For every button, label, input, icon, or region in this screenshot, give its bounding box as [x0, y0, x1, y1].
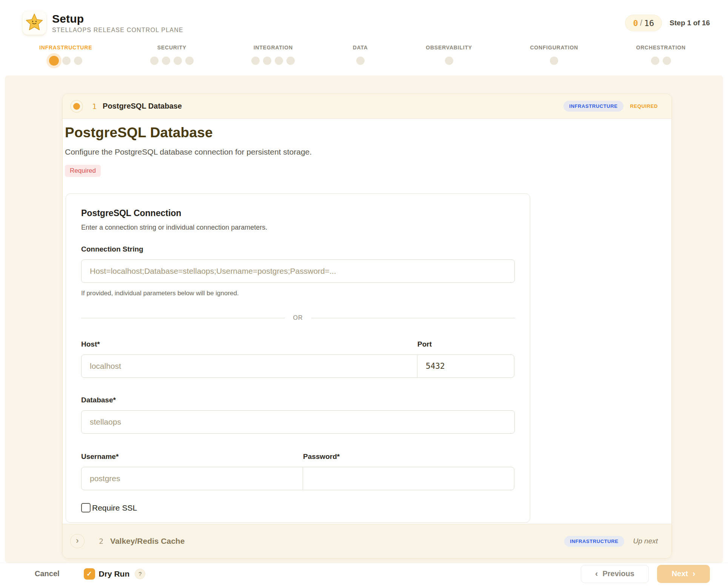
step-dot[interactable] [174, 57, 182, 65]
category-label: INFRASTRUCTURE [39, 44, 92, 51]
chevron-right-icon: › [76, 536, 78, 546]
category-label: SECURITY [157, 44, 186, 51]
password-input[interactable] [303, 467, 514, 490]
step-dot[interactable] [286, 57, 295, 65]
port-input[interactable] [417, 354, 514, 378]
step-dot[interactable] [651, 57, 659, 65]
category-row: INFRASTRUCTURESECURITYINTEGRATIONDATAOBS… [0, 35, 728, 66]
previous-button-label: Previous [602, 569, 634, 578]
page-title: Setup [52, 12, 183, 25]
connection-string-helper: If provided, individual parameters below… [81, 290, 515, 297]
host-label: Host* [81, 340, 417, 348]
step-dot[interactable] [162, 57, 170, 65]
next-button-label: Next [672, 569, 688, 578]
next-step-category-badge: INFRASTRUCTURE [564, 536, 624, 547]
postgres-connection-form: PostgreSQL Connection Enter a connection… [66, 193, 530, 523]
dry-run-label: Dry Run [99, 569, 130, 578]
category-configuration[interactable]: CONFIGURATION [530, 44, 578, 66]
dry-run-toggle-group: ✓ Dry Run ? [84, 568, 146, 580]
step-dot[interactable] [185, 57, 194, 65]
step-counter-label: Step 1 of 16 [670, 19, 710, 27]
required-pill: Required [65, 165, 101, 177]
category-label: INTEGRATION [254, 44, 293, 51]
host-input[interactable] [81, 354, 417, 378]
next-step-name: Valkey/Redis Cache [110, 537, 185, 546]
database-input[interactable] [81, 410, 515, 434]
dry-run-checkbox[interactable]: ✓ [84, 568, 95, 580]
progress-separator: / [640, 18, 642, 28]
previous-button[interactable]: ‹ Previous [581, 565, 649, 583]
category-label: DATA [353, 44, 368, 51]
category-label: CONFIGURATION [530, 44, 578, 51]
progress-badge: 0 / 16 [625, 15, 662, 31]
password-label: Password* [303, 453, 515, 461]
check-icon: ✓ [86, 570, 92, 578]
page-subtitle: STELLAOPS RELEASE CONTROL PLANE [52, 27, 183, 34]
connection-string-input[interactable] [81, 259, 515, 283]
form-title: PostgreSQL Connection [81, 208, 515, 218]
category-security[interactable]: SECURITY [150, 44, 194, 66]
progress-completed: 0 [633, 18, 638, 28]
next-step-row[interactable]: › 2 Valkey/Redis Cache INFRASTRUCTURE Up… [63, 524, 671, 558]
app-logo [23, 11, 46, 35]
step-dot[interactable] [445, 57, 453, 65]
username-label: Username* [81, 453, 303, 461]
required-badge: REQUIRED [630, 103, 658, 109]
step-dot[interactable] [74, 57, 82, 65]
main-area: 1 PostgreSQL Database INFRASTRUCTURE REQ… [0, 75, 728, 563]
step-card-header[interactable]: 1 PostgreSQL Database INFRASTRUCTURE REQ… [63, 94, 671, 119]
step-dot[interactable] [263, 57, 271, 65]
category-observability[interactable]: OBSERVABILITY [426, 44, 472, 66]
next-step-status: Up next [633, 537, 658, 545]
step-dot[interactable] [356, 57, 365, 65]
step-card: 1 PostgreSQL Database INFRASTRUCTURE REQ… [62, 94, 672, 558]
database-label: Database* [81, 396, 515, 404]
help-icon[interactable]: ? [135, 569, 145, 579]
require-ssl-checkbox[interactable] [81, 503, 91, 512]
category-badge: INFRASTRUCTURE [563, 101, 623, 112]
step-index: 1 [92, 102, 97, 111]
next-button[interactable]: Next › [657, 565, 710, 583]
category-label: OBSERVABILITY [426, 44, 472, 51]
category-label: ORCHESTRATION [636, 44, 686, 51]
or-divider: OR [81, 314, 515, 321]
step-title: PostgreSQL Database [65, 125, 660, 141]
step-dot[interactable] [62, 57, 71, 65]
step-name: PostgreSQL Database [103, 102, 182, 110]
chevron-right-icon: › [693, 569, 695, 579]
username-input[interactable] [81, 467, 303, 490]
category-infrastructure[interactable]: INFRASTRUCTURE [39, 44, 92, 66]
active-step-indicator-icon [70, 100, 83, 113]
chevron-left-icon: ‹ [595, 569, 598, 579]
step-dot[interactable] [49, 56, 59, 66]
app-header: Setup STELLAOPS RELEASE CONTROL PLANE 0 … [0, 0, 728, 75]
step-dot[interactable] [663, 57, 671, 65]
step-dot[interactable] [275, 57, 283, 65]
category-integration[interactable]: INTEGRATION [251, 44, 295, 66]
step-dot[interactable] [251, 57, 260, 65]
expand-step-button[interactable]: › [70, 534, 85, 548]
wizard-footer: Cancel ✓ Dry Run ? ‹ Previous Next › [0, 563, 728, 586]
step-dot[interactable] [150, 57, 159, 65]
category-orchestration[interactable]: ORCHESTRATION [636, 44, 686, 66]
port-label: Port [417, 340, 515, 348]
or-divider-label: OR [285, 314, 311, 321]
progress-total: 16 [644, 18, 654, 28]
category-data[interactable]: DATA [353, 44, 368, 66]
next-step-index: 2 [99, 537, 103, 546]
step-description: Configure the PostgreSQL database connec… [65, 147, 660, 156]
star-logo-icon [25, 12, 44, 34]
step-dot[interactable] [550, 57, 558, 65]
cancel-button[interactable]: Cancel [35, 569, 60, 578]
connection-string-label: Connection String [81, 245, 515, 253]
form-subtitle: Enter a connection string or individual … [81, 224, 515, 232]
require-ssl-label: Require SSL [92, 503, 137, 512]
